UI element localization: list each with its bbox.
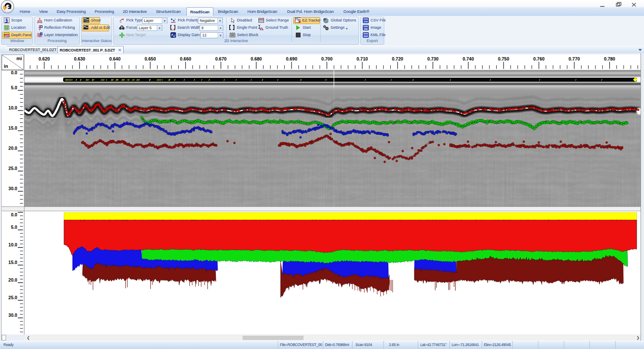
svg-text:0.720: 0.720 bbox=[392, 56, 403, 61]
svg-text:20.0: 20.0 bbox=[9, 277, 18, 282]
svg-text:in: in bbox=[4, 64, 8, 69]
svg-text:25.0: 25.0 bbox=[9, 166, 18, 171]
svg-text:0.0: 0.0 bbox=[11, 212, 17, 217]
svg-text:0.750: 0.750 bbox=[498, 56, 509, 61]
svg-text:25.0: 25.0 bbox=[9, 295, 18, 300]
svg-text:0.770: 0.770 bbox=[568, 56, 580, 61]
svg-text:0.740: 0.740 bbox=[462, 56, 474, 61]
svg-text:0.710: 0.710 bbox=[357, 56, 368, 61]
svg-text:0.630: 0.630 bbox=[74, 56, 85, 61]
svg-text:0.670: 0.670 bbox=[215, 56, 226, 61]
svg-text:mi: mi bbox=[16, 56, 22, 61]
svg-text:kml: kml bbox=[364, 35, 368, 37]
svg-text:0.700: 0.700 bbox=[321, 56, 332, 61]
svg-text:5.0: 5.0 bbox=[11, 225, 17, 230]
svg-text:10.0: 10.0 bbox=[9, 105, 18, 110]
svg-text:0.660: 0.660 bbox=[180, 56, 191, 61]
svg-text:5.0: 5.0 bbox=[11, 85, 17, 90]
svg-text:30.0: 30.0 bbox=[9, 186, 18, 191]
svg-text:jpg: jpg bbox=[364, 27, 368, 30]
svg-text:0.690: 0.690 bbox=[286, 56, 297, 61]
svg-text:0.680: 0.680 bbox=[251, 56, 262, 61]
svg-text:15.0: 15.0 bbox=[9, 125, 18, 130]
svg-text:0.640: 0.640 bbox=[109, 56, 120, 61]
svg-text:30.0: 30.0 bbox=[9, 313, 18, 318]
svg-text:0.620: 0.620 bbox=[39, 56, 50, 61]
svg-text:0.760: 0.760 bbox=[533, 56, 544, 61]
svg-text:0.650: 0.650 bbox=[145, 56, 156, 61]
svg-text:csv: csv bbox=[364, 20, 368, 23]
svg-text:0.780: 0.780 bbox=[604, 56, 615, 61]
svg-text:0.730: 0.730 bbox=[427, 56, 438, 61]
svg-text:0.0: 0.0 bbox=[11, 70, 17, 75]
svg-text:15.0: 15.0 bbox=[9, 260, 18, 265]
svg-text:20.0: 20.0 bbox=[9, 146, 18, 151]
svg-text:10.0: 10.0 bbox=[9, 242, 18, 247]
